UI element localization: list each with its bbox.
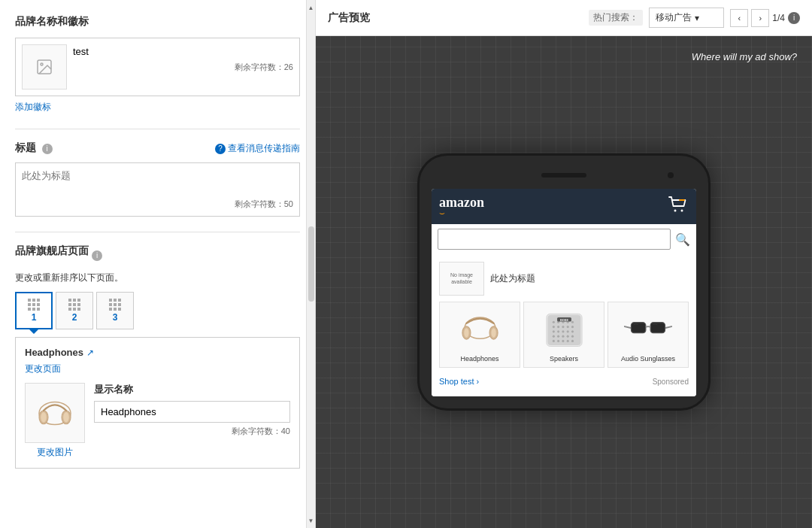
product-name-glasses: Audio Sunglasses <box>621 355 675 363</box>
nav-buttons: ‹ › 1/4 i <box>730 9 800 27</box>
svg-point-30 <box>571 330 573 332</box>
svg-point-29 <box>566 330 568 332</box>
scroll-down-arrow[interactable]: ▼ <box>308 514 315 526</box>
product-cell-headphones: Headphones <box>439 302 520 368</box>
product-image-glasses <box>622 307 674 352</box>
svg-point-13 <box>491 328 495 338</box>
phone-camera <box>668 172 674 178</box>
svg-point-12 <box>464 328 468 338</box>
svg-point-5 <box>41 412 47 423</box>
product-name-headphones: Headphones <box>460 355 498 363</box>
ad-brand-row: No imageavailable 此处为标题 <box>439 262 689 296</box>
product-cell-glasses: Audio Sunglasses <box>607 302 689 368</box>
svg-point-20 <box>571 320 573 323</box>
display-section: 更改图片 显示名称 剩余字符数：40 <box>25 383 290 459</box>
svg-point-27 <box>557 330 559 332</box>
svg-point-40 <box>571 339 573 341</box>
svg-point-38 <box>562 339 564 341</box>
svg-point-39 <box>566 339 568 341</box>
brand-name-input[interactable] <box>73 44 293 59</box>
ad-headline-display: 此处为标题 <box>490 272 535 285</box>
store-subtitle: 更改或重新排序以下页面。 <box>15 272 300 284</box>
svg-point-31 <box>552 335 554 337</box>
brand-section-title: 品牌名称和徽标 <box>15 15 300 29</box>
headline-section: 标题 i 查看消息传递指南 剩余字符数：50 <box>15 141 300 217</box>
dropdown-arrow-icon: ▾ <box>695 13 699 23</box>
scroll-up-arrow[interactable]: ▲ <box>308 2 315 14</box>
amazon-search-bar: 🔍 <box>432 224 696 254</box>
add-logo-link[interactable]: 添加徽标 <box>15 101 51 114</box>
headline-char-count: 剩余字符数：50 <box>22 199 293 210</box>
page-card: Headphones ↗ 更改页面 <box>15 337 300 469</box>
headline-title: 标题 <box>15 141 36 153</box>
phone-speaker <box>541 173 586 178</box>
headline-header: 标题 i 查看消息传递指南 <box>15 141 300 155</box>
svg-point-36 <box>552 339 554 341</box>
preview-header: 广告预览 热门搜索： 移动广告 ▾ ‹ › 1/4 i <box>316 0 812 36</box>
page-tab-3[interactable]: 3 <box>96 292 134 329</box>
preview-controls: 热门搜索： 移动广告 ▾ ‹ › 1/4 i <box>589 8 800 28</box>
right-panel: 广告预览 热门搜索： 移动广告 ▾ ‹ › 1/4 i Where will m… <box>316 0 812 528</box>
product-image-speakers: BOSE <box>538 307 590 352</box>
product-image-box <box>25 383 85 443</box>
svg-point-23 <box>562 326 564 328</box>
brand-section: 品牌名称和徽标 剩余字符数：26 添加徽标 <box>15 15 300 114</box>
nav-next-button[interactable]: › <box>751 9 769 27</box>
ad-no-image-box: No imageavailable <box>439 262 484 296</box>
shop-link[interactable]: Shop test › <box>439 377 479 386</box>
external-link-icon[interactable]: ↗ <box>86 347 94 358</box>
headline-textarea[interactable] <box>22 169 293 193</box>
svg-point-7 <box>674 210 677 212</box>
preview-title: 广告预览 <box>328 11 370 25</box>
svg-point-26 <box>552 330 554 332</box>
search-dropdown-value: 移动广告 <box>656 11 692 24</box>
headline-input-box: 剩余字符数：50 <box>15 162 300 217</box>
store-section: 品牌旗舰店页面 i 更改或重新排序以下页面。 1 2 <box>15 244 300 469</box>
svg-point-35 <box>571 335 573 337</box>
svg-point-8 <box>681 210 683 212</box>
tab-num-2: 2 <box>72 312 77 323</box>
brand-input-area: 剩余字符数：26 <box>73 44 293 73</box>
shop-row: Shop test › Sponsored <box>439 374 689 389</box>
phone-area: Where will my ad show? amazon ⌣ <box>316 36 812 528</box>
headline-info-icon[interactable]: i <box>42 144 53 154</box>
svg-point-22 <box>557 326 559 328</box>
phone-mockup: amazon ⌣ 🔍 <box>417 153 710 411</box>
change-image-link[interactable]: 更改图片 <box>25 446 85 459</box>
left-scrollbar: ▲ ▼ <box>306 0 315 528</box>
amazon-search-input[interactable] <box>438 229 671 250</box>
display-name-char-count: 剩余字符数：40 <box>94 426 290 437</box>
svg-point-28 <box>562 330 564 332</box>
svg-point-33 <box>562 335 564 337</box>
page-tabs: 1 2 3 <box>15 292 300 329</box>
svg-rect-46 <box>650 323 665 333</box>
guide-link[interactable]: 查看消息传递指南 <box>215 142 300 155</box>
nav-prev-button[interactable]: ‹ <box>730 9 748 27</box>
page-tab-2[interactable]: 2 <box>56 292 93 329</box>
product-cell-speakers: BOSE Speakers <box>523 302 604 368</box>
product-grid: Headphones <box>439 302 689 368</box>
amazon-search-icon: 🔍 <box>675 232 690 247</box>
scroll-thumb[interactable] <box>308 226 314 302</box>
left-panel: 品牌名称和徽标 剩余字符数：26 添加徽标 标题 i 查看消息传递指南 <box>0 0 316 528</box>
svg-point-32 <box>557 335 559 337</box>
phone-screen: amazon ⌣ 🔍 <box>432 189 696 396</box>
brand-input-row: 剩余字符数：26 <box>15 38 300 96</box>
amazon-header: amazon ⌣ <box>432 189 696 224</box>
where-show-text: Where will my ad show? <box>692 51 797 62</box>
tab-num-1: 1 <box>32 312 37 323</box>
search-dropdown[interactable]: 移动广告 ▾ <box>649 8 724 28</box>
brand-logo-placeholder <box>22 44 67 90</box>
display-name-input[interactable] <box>101 406 283 417</box>
store-info-icon[interactable]: i <box>92 250 102 261</box>
ad-content: No imageavailable 此处为标题 <box>432 254 696 396</box>
page-indicator-info-icon[interactable]: i <box>788 12 800 24</box>
amazon-logo-text: amazon <box>439 195 484 211</box>
page-name: Headphones <box>25 347 83 358</box>
page-tab-1[interactable]: 1 <box>15 292 53 329</box>
change-page-link[interactable]: 更改页面 <box>25 363 61 374</box>
display-name-area: 显示名称 剩余字符数：40 <box>94 383 290 437</box>
svg-point-1 <box>41 63 43 65</box>
hot-search-label: 热门搜索： <box>589 10 643 26</box>
phone-top <box>432 168 696 183</box>
